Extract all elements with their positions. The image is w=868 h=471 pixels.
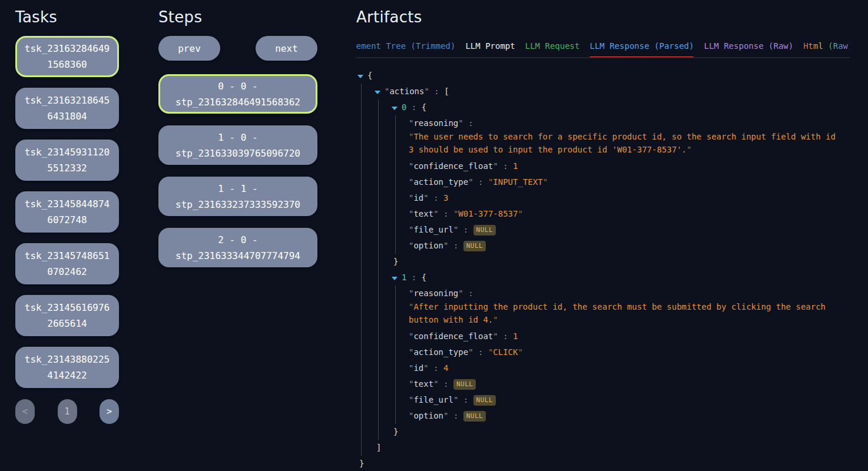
page: { "tasks": { "title": "Tasks", "items": … xyxy=(0,0,868,471)
json-tree-row: "option" : NULL xyxy=(409,238,850,254)
steps-panel: Steps prev next 0 - 0 - stp_231632846491… xyxy=(158,0,317,267)
json-tree-row: } xyxy=(357,456,850,471)
json-tree-row: "reasoning" : xyxy=(409,286,850,301)
json-tree-row: "id" : 3 xyxy=(409,190,850,206)
collapse-arrow-icon[interactable] xyxy=(375,91,380,94)
json-tree-row: 0 : { xyxy=(392,99,850,115)
tasks-pagination: < 1 > xyxy=(15,399,119,424)
next-step-button[interactable]: next xyxy=(256,36,317,61)
json-tree-row: { xyxy=(357,68,850,84)
task-button[interactable]: tsk_231456169762665614 xyxy=(15,295,119,336)
pagination-prev-button[interactable]: < xyxy=(15,399,35,424)
null-badge: NULL xyxy=(453,379,476,390)
json-tree-row: "text" : "W01-377-8537" xyxy=(409,206,850,222)
step-button[interactable]: 2 - 0 - stp_231633344707774794 xyxy=(158,228,317,267)
tab-element-tree-trimmed[interactable]: Element Tree (Trimmed) xyxy=(356,41,455,57)
json-node: "actions" : [0 : {"reasoning" : "The use… xyxy=(375,84,850,456)
pagination-next-button[interactable]: > xyxy=(100,399,119,424)
json-string-value: "The user needs to search for a specific… xyxy=(409,130,840,156)
json-tree-row: "reasoning" : xyxy=(409,115,850,131)
json-node: 0 : {"reasoning" : "The user needs to se… xyxy=(392,99,850,270)
collapse-arrow-icon[interactable] xyxy=(357,75,363,78)
json-tree-row: ] xyxy=(375,440,850,456)
tab-llm-prompt[interactable]: LLM Prompt xyxy=(465,41,515,57)
tab-llm-response-parsed[interactable]: LLM Response (Parsed) xyxy=(589,41,694,57)
artifacts-title: Artifacts xyxy=(356,8,850,26)
json-tree-row: } xyxy=(392,424,850,440)
step-button[interactable]: 1 - 1 - stp_231633237333592370 xyxy=(158,177,317,216)
json-tree-row: "actions" : [ xyxy=(375,84,850,99)
tab-llm-response-raw[interactable]: LLM Response (Raw) xyxy=(704,41,793,57)
json-tree-row: "file_url" : NULL xyxy=(409,392,850,408)
collapse-arrow-icon[interactable] xyxy=(392,107,397,110)
json-node-children: "actions" : [0 : {"reasoning" : "The use… xyxy=(361,84,850,456)
step-nav: prev next xyxy=(158,36,317,61)
artifact-tabs: Element Tree (Trimmed)LLM PromptLLM Requ… xyxy=(356,40,850,58)
null-badge: NULL xyxy=(473,225,496,236)
pagination-page-button[interactable]: 1 xyxy=(58,399,77,424)
json-node: 1 : {"reasoning" : "After inputting the … xyxy=(392,270,850,440)
json-tree-row: "id" : 4 xyxy=(409,360,850,376)
json-tree-row: "action_type" : "CLICK" xyxy=(409,344,850,360)
task-button[interactable]: tsk_231459311205512332 xyxy=(15,140,119,181)
steps-title: Steps xyxy=(158,8,317,26)
json-tree-row: 1 : { xyxy=(392,270,850,286)
json-tree-row: } xyxy=(392,254,850,270)
step-button[interactable]: 0 - 0 - stp_231632846491568362 xyxy=(158,74,317,114)
task-button[interactable]: tsk_231457486510702462 xyxy=(15,243,119,284)
json-node: {"actions" : [0 : {"reasoning" : "The us… xyxy=(357,68,850,471)
json-node-children: 0 : {"reasoning" : "The user needs to se… xyxy=(378,99,850,440)
json-tree-row: "text" : NULL xyxy=(409,376,850,392)
null-badge: NULL xyxy=(463,411,486,422)
json-tree-row: "confidence_float" : 1 xyxy=(409,158,850,174)
collapse-arrow-icon[interactable] xyxy=(392,277,397,280)
task-button[interactable]: tsk_231438802254142422 xyxy=(15,347,119,388)
json-tree-row: "file_url" : NULL xyxy=(409,222,850,238)
tasks-title: Tasks xyxy=(15,8,119,26)
task-button[interactable]: tsk_231632186456431804 xyxy=(15,88,119,129)
artifacts-panel: Artifacts Element Tree (Trimmed)LLM Prom… xyxy=(356,0,850,471)
tab-llm-request[interactable]: LLM Request xyxy=(525,41,580,57)
prev-step-button[interactable]: prev xyxy=(158,36,220,61)
json-node-children: "reasoning" : "The user needs to search … xyxy=(395,115,850,254)
task-button[interactable]: tsk_231458448746072748 xyxy=(15,191,119,233)
null-badge: NULL xyxy=(463,241,486,251)
json-tree-row: "confidence_float" : 1 xyxy=(409,329,850,344)
task-list: tsk_231632846491568360tsk_23163218645643… xyxy=(15,36,119,388)
task-button[interactable]: tsk_231632846491568360 xyxy=(15,36,119,77)
json-tree-row: "option" : NULL xyxy=(409,408,850,424)
json-tree-viewer: {"actions" : [0 : {"reasoning" : "The us… xyxy=(356,68,850,471)
tasks-panel: Tasks tsk_231632846491568360tsk_23163218… xyxy=(15,0,119,424)
null-badge: NULL xyxy=(473,395,496,406)
step-button[interactable]: 1 - 0 - stp_231633039765096720 xyxy=(158,125,317,165)
step-list: 0 - 0 - stp_2316328464915683621 - 0 - st… xyxy=(158,74,317,267)
json-string-value: "After inputting the product id, the sea… xyxy=(409,300,840,326)
tab-html-raw[interactable]: Html (Raw) xyxy=(803,41,850,57)
json-node-children: "reasoning" : "After inputting the produ… xyxy=(395,286,850,424)
json-tree-row: "action_type" : "INPUT_TEXT" xyxy=(409,174,850,190)
